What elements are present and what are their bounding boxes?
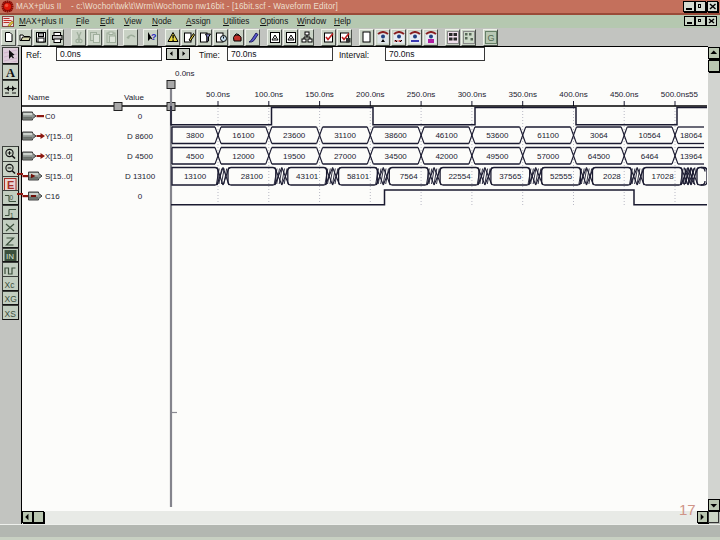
svg-text:Y[15..0]: Y[15..0] — [45, 132, 73, 141]
svg-text:42000: 42000 — [435, 152, 458, 161]
svg-text:34500: 34500 — [385, 152, 408, 161]
svg-text:Name: Name — [28, 93, 50, 102]
svg-text:19500: 19500 — [283, 152, 306, 161]
svg-text:49500: 49500 — [486, 152, 509, 161]
svg-text:17028: 17028 — [651, 172, 674, 181]
svg-text:13100: 13100 — [184, 172, 207, 181]
svg-text:10564: 10564 — [638, 131, 661, 140]
svg-text:6464: 6464 — [641, 152, 659, 161]
svg-text:A: A — [6, 66, 15, 79]
svg-text:4500: 4500 — [186, 152, 204, 161]
svg-text:1: 1 — [10, 212, 14, 219]
svg-text:E: E — [7, 179, 14, 191]
svg-text:0: 0 — [138, 112, 143, 121]
svg-text:0.0ns: 0.0ns — [175, 69, 195, 78]
svg-text:100.0ns: 100.0ns — [255, 90, 283, 99]
svg-text:C16: C16 — [45, 192, 60, 201]
svg-text:28100: 28100 — [241, 172, 264, 181]
svg-text:37565: 37565 — [499, 172, 522, 181]
svg-text:13964: 13964 — [680, 152, 703, 161]
svg-text:61100: 61100 — [537, 131, 559, 140]
svg-text:53600: 53600 — [486, 131, 509, 140]
svg-text:55: 55 — [689, 90, 698, 99]
svg-text:D 8600: D 8600 — [127, 132, 153, 141]
svg-text:7564: 7564 — [400, 172, 418, 181]
svg-text:58101: 58101 — [347, 172, 370, 181]
svg-text:38600: 38600 — [385, 131, 408, 140]
svg-text:Value: Value — [124, 93, 144, 102]
svg-text:0: 0 — [138, 192, 143, 201]
svg-text:31100: 31100 — [334, 131, 356, 140]
svg-text:500.0ns: 500.0ns — [661, 90, 689, 99]
svg-text:G: G — [487, 32, 494, 42]
svg-text:3064: 3064 — [590, 131, 608, 140]
svg-text:57000: 57000 — [537, 152, 560, 161]
svg-text:52555: 52555 — [550, 172, 573, 181]
svg-text:X[15..0]: X[15..0] — [45, 152, 73, 161]
svg-text:50.0ns: 50.0ns — [206, 90, 230, 99]
svg-text:IN: IN — [6, 252, 14, 261]
svg-text:?: ? — [151, 32, 157, 42]
svg-text:27000: 27000 — [334, 152, 357, 161]
svg-text:XG: XG — [5, 294, 17, 304]
svg-text:Xc: Xc — [5, 280, 16, 290]
svg-text:18064: 18064 — [680, 131, 703, 140]
svg-text:16100: 16100 — [232, 131, 255, 140]
svg-text:3800: 3800 — [186, 131, 204, 140]
svg-text:23600: 23600 — [283, 131, 306, 140]
svg-text:250.0ns: 250.0ns — [407, 90, 435, 99]
svg-text:400.0ns: 400.0ns — [559, 90, 587, 99]
svg-text:XS: XS — [5, 309, 17, 319]
svg-text:450.0ns: 450.0ns — [610, 90, 638, 99]
svg-text:46100: 46100 — [435, 131, 458, 140]
svg-text:64500: 64500 — [588, 152, 611, 161]
svg-text:C0: C0 — [45, 112, 56, 121]
svg-text:150.0ns: 150.0ns — [305, 90, 333, 99]
svg-text:S[15..0]: S[15..0] — [45, 172, 73, 181]
svg-text:200.0ns: 200.0ns — [356, 90, 384, 99]
svg-text:12000: 12000 — [232, 152, 255, 161]
svg-text:22554: 22554 — [448, 172, 471, 181]
svg-text:43101: 43101 — [296, 172, 319, 181]
svg-text:D 4500: D 4500 — [127, 152, 153, 161]
svg-text:350.0ns: 350.0ns — [508, 90, 536, 99]
svg-text:D 13100: D 13100 — [125, 172, 156, 181]
svg-text:0: 0 — [10, 194, 14, 201]
svg-text:300.0ns: 300.0ns — [458, 90, 486, 99]
svg-text:2028: 2028 — [603, 172, 621, 181]
